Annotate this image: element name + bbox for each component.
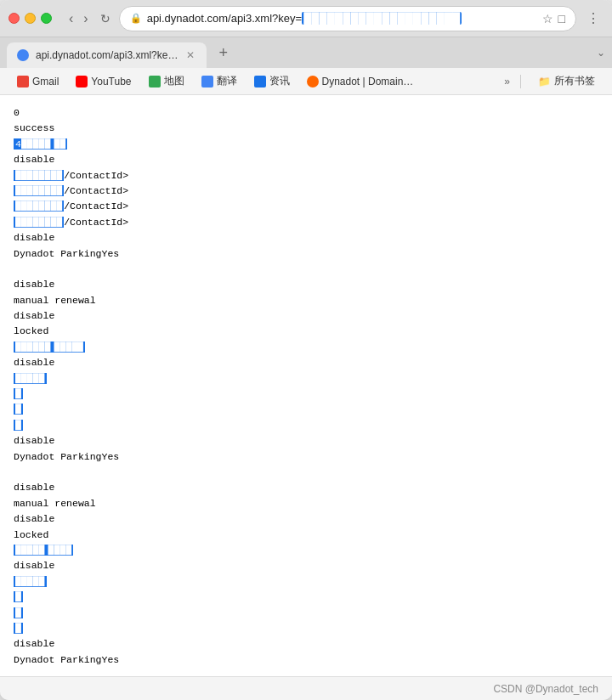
toolbar-icons: ⋮ xyxy=(583,8,604,28)
new-tab-button[interactable]: + xyxy=(213,42,233,64)
bookmark-star-icon[interactable]: ☆ xyxy=(542,12,553,25)
close-button[interactable] xyxy=(8,13,20,24)
bookmark-gmail[interactable]: Gmail xyxy=(10,72,65,91)
active-tab[interactable]: api.dynadot.com/api3.xml?ke… ✕ xyxy=(7,42,207,68)
address-icons: ☆ □ xyxy=(542,12,565,25)
traffic-lights xyxy=(8,13,52,24)
address-bar-container: 🔒 api.dynadot.com/api3.xml?key=█████████… xyxy=(119,6,576,31)
maps-icon xyxy=(149,76,161,88)
bookmark-dynadot[interactable]: Dynadot | Domain… xyxy=(300,72,421,91)
bookmark-dynadot-label: Dynadot | Domain… xyxy=(322,76,414,88)
youtube-icon xyxy=(76,76,88,88)
translate-icon xyxy=(201,76,213,88)
all-bookmarks-button[interactable]: 📁 所有书签 xyxy=(531,71,602,92)
titlebar: ‹ › ↻ 🔒 api.dynadot.com/api3.xml?key=███… xyxy=(0,0,612,37)
bookmarks-bar: Gmail YouTube 地图 翻译 资讯 Dynadot | Domain…… xyxy=(0,68,612,95)
nav-buttons: ‹ › xyxy=(65,9,92,28)
bookmark-youtube-label: YouTube xyxy=(91,76,131,88)
address-text: api.dynadot.com/api3.xml?key=███████████… xyxy=(147,12,537,25)
bookmark-gmail-label: Gmail xyxy=(32,76,59,88)
forward-button[interactable]: › xyxy=(80,9,91,28)
reload-button[interactable]: ↻ xyxy=(99,10,112,27)
bookmark-maps-label: 地图 xyxy=(164,74,184,88)
reader-mode-icon[interactable]: □ xyxy=(558,12,565,25)
bookmark-translate-label: 翻译 xyxy=(217,74,237,88)
tab-title: api.dynadot.com/api3.xml?ke… xyxy=(36,49,178,61)
more-menu-button[interactable]: ⋮ xyxy=(583,8,604,28)
news-icon xyxy=(254,76,266,88)
address-prefix: api.dynadot.com/api3.xml?key= xyxy=(147,12,302,25)
tab-expand-button[interactable]: ⌄ xyxy=(597,47,605,59)
all-bookmarks-label: 所有书签 xyxy=(554,74,595,88)
browser-window: ‹ › ↻ 🔒 api.dynadot.com/api3.xml?key=███… xyxy=(0,0,612,700)
bookmarks-more-button[interactable]: » xyxy=(501,74,513,89)
maximize-button[interactable] xyxy=(41,13,52,24)
tabbar: api.dynadot.com/api3.xml?ke… ✕ + ⌄ xyxy=(0,37,612,68)
bottom-bar: CSDN @Dynadot_tech xyxy=(0,676,612,700)
address-key-value: ████████████████████ xyxy=(302,12,462,25)
minimize-button[interactable] xyxy=(25,13,36,24)
folder-icon: 📁 xyxy=(538,76,551,88)
watermark-text: CSDN @Dynadot_tech xyxy=(493,683,598,695)
back-button[interactable]: ‹ xyxy=(65,9,76,28)
content-area[interactable]: 0 success 4███████ disable ████████/Cont… xyxy=(0,95,612,676)
dynadot-icon xyxy=(307,76,319,88)
tab-close-button[interactable]: ✕ xyxy=(184,49,196,61)
bookmark-news[interactable]: 资讯 xyxy=(247,71,297,92)
tab-favicon xyxy=(17,49,29,61)
bookmark-news-label: 资讯 xyxy=(269,74,290,88)
xml-content: 0 success 4███████ disable ████████/Cont… xyxy=(14,105,598,676)
bookmark-maps[interactable]: 地图 xyxy=(142,71,191,92)
bookmark-youtube[interactable]: YouTube xyxy=(69,72,138,91)
bookmark-translate[interactable]: 翻译 xyxy=(195,71,244,92)
lock-icon: 🔒 xyxy=(130,13,142,24)
gmail-icon xyxy=(17,76,29,88)
address-bar[interactable]: 🔒 api.dynadot.com/api3.xml?key=█████████… xyxy=(119,6,576,31)
divider xyxy=(520,75,521,88)
